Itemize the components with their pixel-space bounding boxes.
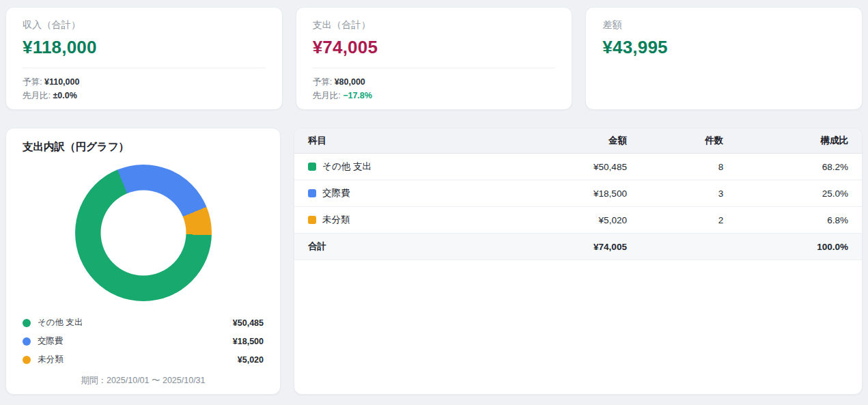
count-cell: 3 — [641, 180, 737, 207]
budget-label: 予算: — [313, 77, 332, 87]
expense-mom-row: 先月比: −17.8% — [313, 89, 556, 102]
legend-value: ¥50,485 — [233, 318, 264, 328]
total-amount-cell: ¥74,005 — [504, 234, 640, 260]
category-cell: 交際費 — [294, 180, 504, 207]
summary-cards-row: 収入（合計） ¥118,000 予算: ¥110,000 先月比: ±0.0% … — [5, 7, 863, 110]
legend-value: ¥18,500 — [233, 337, 264, 346]
legend-label: 未分類 — [38, 354, 64, 365]
income-budget-value: ¥110,000 — [44, 77, 79, 87]
card-divider — [23, 68, 266, 68]
income-total-value: ¥118,000 — [23, 37, 266, 58]
mom-label: 先月比: — [23, 91, 51, 100]
donut-hole — [100, 191, 186, 276]
table-row: その他 支出 ¥50,485 8 68.2% — [294, 154, 862, 180]
category-cell: 未分類 — [294, 207, 504, 234]
amount-cell: ¥18,500 — [504, 180, 640, 207]
header-category: 科目 — [294, 128, 504, 154]
count-cell: 2 — [641, 207, 737, 234]
category-name: 未分類 — [322, 214, 350, 226]
period-label: 期間：2025/10/01 〜 2025/10/31 — [23, 375, 264, 387]
expense-summary-card: 支出（合計） ¥74,005 予算: ¥80,000 先月比: −17.8% — [296, 7, 573, 110]
income-mom-row: 先月比: ±0.0% — [23, 89, 266, 102]
table-header-row: 科目 金額 件数 構成比 — [294, 128, 862, 154]
total-ratio-cell: 100.0% — [737, 234, 862, 260]
legend-item: 交際費 ¥18,500 — [23, 332, 264, 350]
expense-pie-card: 支出内訳（円グラフ） その他 支出 ¥50,485 交際費 ¥18,500 — [5, 128, 281, 395]
budget-label: 予算: — [23, 77, 42, 87]
income-summary-card: 収入（合計） ¥118,000 予算: ¥110,000 先月比: ±0.0% — [5, 7, 283, 110]
ratio-cell: 25.0% — [737, 180, 862, 207]
expense-breakdown-table: 科目 金額 件数 構成比 その他 支出 ¥50 — [294, 128, 862, 260]
expense-budget-value: ¥80,000 — [335, 77, 365, 87]
category-name: 交際費 — [322, 187, 350, 199]
category-swatch-blue — [308, 189, 316, 197]
income-budget-row: 予算: ¥110,000 — [23, 75, 266, 89]
ratio-cell: 68.2% — [737, 154, 862, 180]
category-name: その他 支出 — [322, 160, 372, 173]
card-divider — [313, 68, 556, 68]
expense-card-label: 支出（合計） — [313, 19, 556, 31]
total-label-cell: 合計 — [294, 234, 504, 260]
header-count: 件数 — [641, 128, 737, 154]
ratio-cell: 6.8% — [737, 207, 862, 234]
table-row: 未分類 ¥5,020 2 6.8% — [294, 207, 862, 234]
budget-dashboard: 収入（合計） ¥118,000 予算: ¥110,000 先月比: ±0.0% … — [0, 0, 868, 405]
difference-summary-card: 差額 ¥43,995 — [585, 7, 863, 110]
count-cell: 8 — [641, 154, 737, 180]
detail-row: 支出内訳（円グラフ） その他 支出 ¥50,485 交際費 ¥18,500 — [5, 128, 863, 395]
difference-value: ¥43,995 — [602, 37, 845, 58]
mom-label: 先月比: — [313, 91, 341, 100]
total-count-cell — [641, 234, 737, 260]
legend-label: 交際費 — [38, 335, 64, 347]
expense-breakdown-table-card: 科目 金額 件数 構成比 その他 支出 ¥50 — [294, 128, 863, 395]
pie-legend: その他 支出 ¥50,485 交際費 ¥18,500 未分類 ¥5,020 — [23, 313, 264, 369]
income-card-label: 収入（合計） — [23, 19, 266, 31]
header-amount: 金額 — [504, 128, 640, 154]
category-cell: その他 支出 — [294, 154, 504, 180]
difference-card-label: 差額 — [602, 19, 845, 31]
expense-total-value: ¥74,005 — [313, 37, 556, 58]
legend-item: 未分類 ¥5,020 — [23, 350, 264, 369]
expense-mom-value: −17.8% — [343, 91, 372, 100]
income-mom-value: ±0.0% — [53, 91, 76, 100]
table-row: 交際費 ¥18,500 3 25.0% — [294, 180, 862, 207]
table-total-row: 合計 ¥74,005 100.0% — [294, 234, 862, 260]
legend-value: ¥5,020 — [238, 355, 264, 365]
category-swatch-orange — [308, 216, 316, 224]
header-ratio: 構成比 — [737, 128, 862, 154]
amount-cell: ¥5,020 — [504, 207, 640, 234]
donut-chart — [75, 165, 212, 301]
legend-swatch-blue — [23, 337, 31, 346]
category-swatch-green — [308, 163, 316, 171]
legend-item: その他 支出 ¥50,485 — [23, 313, 264, 332]
amount-cell: ¥50,485 — [504, 154, 640, 180]
legend-swatch-orange — [23, 356, 31, 364]
donut-chart-wrap — [23, 165, 264, 301]
pie-chart-title: 支出内訳（円グラフ） — [23, 140, 264, 154]
expense-budget-row: 予算: ¥80,000 — [313, 75, 556, 89]
legend-label: その他 支出 — [38, 317, 83, 329]
legend-swatch-green — [23, 319, 31, 327]
